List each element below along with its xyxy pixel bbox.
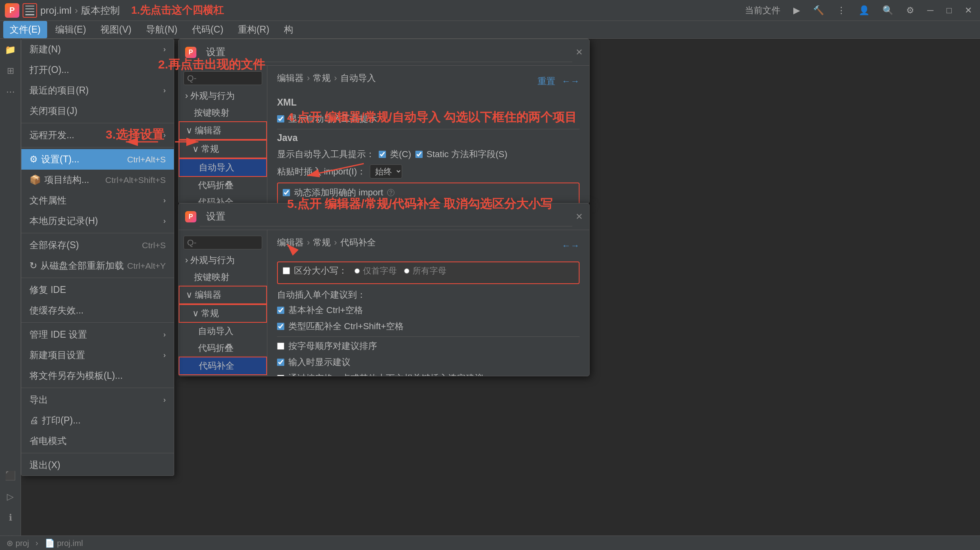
sidebar-icon-terminal[interactable]: ⬛ <box>3 469 18 483</box>
only-letters-row: 仅首字母 <box>354 265 397 276</box>
only-letters-radio[interactable] <box>354 268 360 274</box>
settings-content-bottom: 编辑器 › 常规 › 代码补全 ← → <box>267 230 589 376</box>
file-menu-open[interactable]: 打开(O)... <box>21 60 174 80</box>
sidebar-icon-structure[interactable]: ⊞ <box>3 64 18 78</box>
file-menu-power-save[interactable]: 省电模式 <box>21 431 174 451</box>
file-menu-sep7 <box>21 453 174 453</box>
show-xml-tips-checkbox[interactable] <box>277 115 284 122</box>
file-menu-manage-ide[interactable]: 管理 IDE 设置 › <box>21 324 174 345</box>
menu-code[interactable]: 代码(C) <box>186 21 230 38</box>
insert-space-checkbox[interactable] <box>277 375 284 376</box>
sidebar-icon-run[interactable]: ▷ <box>3 490 18 504</box>
file-menu-repair[interactable]: 修复 IDE <box>21 280 174 300</box>
hamburger-line2 <box>25 8 34 9</box>
file-menu-print[interactable]: 🖨 打印(P)... <box>21 410 174 431</box>
settings-search-input-bottom[interactable] <box>183 236 262 249</box>
title-bar: P proj.iml › 版本控制 1.先点击这个四横杠 当前文件 ▶ 🔨 ⋮ … <box>0 0 980 21</box>
dialog-close-bottom[interactable]: ✕ <box>575 212 583 222</box>
hamburger-button[interactable] <box>23 3 37 18</box>
file-menu-close[interactable]: 关闭项目(J) <box>21 101 174 121</box>
tree-suffixcomplete-bottom[interactable]: 后缀补全 <box>179 375 267 376</box>
settings-sidebar-top: › 外观与行为 按键映射 ∨ 编辑器 ∨ 常规 <box>179 66 267 203</box>
file-menu-new[interactable]: 新建(N) › <box>21 39 174 60</box>
alpha-sort-checkbox[interactable] <box>277 342 284 350</box>
profile-button[interactable]: 👤 <box>855 4 873 17</box>
paste-import-select[interactable]: 始终 从不 <box>370 164 402 178</box>
menu-build[interactable]: 构 <box>277 21 300 38</box>
nav-forward-top[interactable]: → <box>571 76 580 87</box>
menu-edit[interactable]: 编辑(E) <box>49 21 93 38</box>
maximize-button[interactable]: □ <box>943 4 955 17</box>
run-button[interactable]: ▶ <box>790 4 803 17</box>
file-menu-invalidate[interactable]: 使缓存失效... <box>21 300 174 321</box>
file-menu-reload[interactable]: ↻ 从磁盘全部重新加载 Ctrl+Alt+Y <box>21 255 174 276</box>
dialog-close-top[interactable]: ✕ <box>575 47 583 58</box>
nav-back-top[interactable]: ← <box>562 76 571 87</box>
tree-codefold-bottom[interactable]: 代码折叠 <box>179 340 267 357</box>
file-menu-sep1 <box>21 123 174 123</box>
title-sep1: › <box>75 5 78 16</box>
tree-editor-bottom[interactable]: ∨ 编辑器 <box>179 286 267 304</box>
tree-appearance-bottom[interactable]: › 外观与行为 <box>179 252 267 269</box>
tree-autoimport-top[interactable]: 自动导入 <box>179 158 267 177</box>
tree-autoimport-bottom[interactable]: 自动导入 <box>179 323 267 340</box>
file-menu-save-template[interactable]: 将文件另存为模板(L)... <box>21 365 174 386</box>
file-menu-save-all[interactable]: 全部保存(S) Ctrl+S <box>21 235 174 255</box>
sidebar-icon-info[interactable]: ℹ <box>3 511 18 525</box>
java-class-checkbox[interactable] <box>379 151 386 158</box>
tree-expand-icon-general: ∨ <box>192 144 199 154</box>
dialog-logo-top: P <box>185 47 196 58</box>
tree-keymap-top[interactable]: 按键映射 <box>179 104 267 121</box>
show-suggest-checkbox[interactable] <box>277 359 284 366</box>
tree-general-top[interactable]: ∨ 常规 <box>179 140 267 158</box>
menu-nav[interactable]: 导航(N) <box>140 21 184 38</box>
auto-insert-title: 自动插入单个建议到： <box>277 289 580 301</box>
file-menu-exit[interactable]: 退出(X) <box>21 455 174 475</box>
reset-button-top[interactable]: 重置 <box>538 75 555 87</box>
basic-complete-checkbox[interactable] <box>277 307 284 314</box>
file-menu-export[interactable]: 导出 › <box>21 390 174 410</box>
settings-gear-button[interactable]: ⚙ <box>903 4 917 17</box>
file-menu-local-history[interactable]: 本地历史记录(H) › <box>21 211 174 231</box>
nav-back-bottom[interactable]: ← <box>562 241 571 251</box>
dynamic-add-help[interactable]: ? <box>387 189 394 196</box>
case-sensitive-checkbox[interactable] <box>283 267 290 274</box>
all-letters-radio[interactable] <box>404 268 409 274</box>
file-menu-remote[interactable]: 远程开发... › <box>21 125 174 145</box>
java-static-checkbox[interactable] <box>415 151 423 158</box>
tree-general-bottom[interactable]: ∨ 常规 <box>179 304 267 323</box>
settings-search-bottom <box>179 233 267 252</box>
dynamic-add-row: 动态添加明确的 import ? <box>283 187 574 199</box>
tree-appearance-top[interactable]: › 外观与行为 <box>179 87 267 104</box>
current-file-button[interactable]: 当前文件 <box>742 3 784 18</box>
sidebar-icon-folder[interactable]: 📁 <box>3 43 18 57</box>
tree-editor-top[interactable]: ∨ 编辑器 <box>179 121 267 140</box>
build-button[interactable]: 🔨 <box>810 4 827 17</box>
nav-forward-bottom[interactable]: → <box>571 241 580 251</box>
file-menu-settings[interactable]: ⚙ 设置(T)... Ctrl+Alt+S <box>21 149 174 170</box>
menu-view[interactable]: 视图(V) <box>94 21 138 38</box>
tree-codefold-top[interactable]: 代码折叠 <box>179 177 267 194</box>
sidebar-icon-more[interactable]: ⋯ <box>3 85 18 99</box>
status-project: ⊛ proj <box>6 538 29 548</box>
paste-import-row: 粘贴时插入 import(I)： 始终 从不 <box>277 164 580 178</box>
breadcrumb-area-top: 编辑器 › 常规 › 自动导入 重置 ← → <box>277 72 580 91</box>
version-control-label[interactable]: 版本控制 <box>81 4 120 17</box>
more-actions-button[interactable]: ⋮ <box>834 4 849 17</box>
tree-keymap-bottom[interactable]: 按键映射 <box>179 269 267 286</box>
file-menu-proj-struct[interactable]: 📦 项目结构... Ctrl+Alt+Shift+S <box>21 170 174 190</box>
type-match-checkbox[interactable] <box>277 323 284 330</box>
file-menu-recent[interactable]: 最近的项目(R) › <box>21 80 174 101</box>
tree-codecomplete-top[interactable]: 代码补全 <box>179 194 267 203</box>
project-file-name[interactable]: proj.iml <box>40 5 71 16</box>
tree-codecomplete-bottom[interactable]: 代码补全 <box>179 357 267 375</box>
menu-refactor[interactable]: 重构(R) <box>231 21 276 38</box>
dynamic-add-checkbox[interactable] <box>283 189 290 196</box>
minimize-button[interactable]: ─ <box>924 4 937 17</box>
search-button[interactable]: 🔍 <box>879 4 897 17</box>
menu-file[interactable]: 文件(E) <box>3 21 47 38</box>
settings-search-input-top[interactable] <box>183 71 262 85</box>
close-window-button[interactable]: ✕ <box>961 4 975 17</box>
file-menu-new-proj-settings[interactable]: 新建项目设置 › <box>21 345 174 365</box>
file-menu-file-props[interactable]: 文件属性 › <box>21 190 174 211</box>
